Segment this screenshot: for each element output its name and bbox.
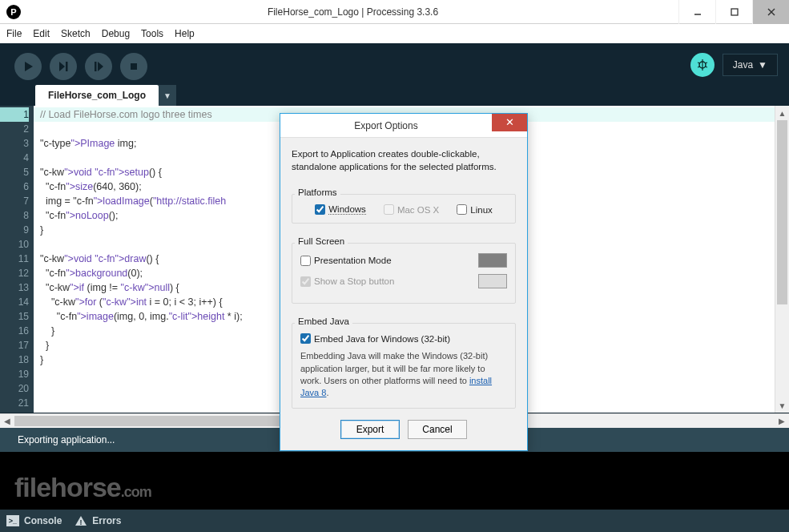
toolbar: Java ▼ FileHorse_com_Logo ▼: [0, 43, 789, 106]
menu-edit[interactable]: Edit: [33, 28, 50, 39]
menu-file[interactable]: File: [6, 28, 22, 39]
errors-tab[interactable]: ! Errors: [74, 515, 121, 526]
window-minimize-button[interactable]: [678, 0, 715, 24]
status-text: Exporting application...: [18, 434, 115, 445]
presentation-color-swatch[interactable]: [478, 253, 507, 268]
tab-menu-button[interactable]: ▼: [159, 85, 176, 106]
embed-java-note: Embedding Java will make the Windows (32…: [300, 350, 507, 400]
platform-linux-checkbox[interactable]: Linux: [457, 204, 493, 215]
run-button[interactable]: [14, 53, 42, 80]
warning-icon: !: [74, 515, 87, 526]
window-titlebar: P FileHorse_com_Logo | Processing 3.3.6: [0, 0, 789, 24]
line-gutter: 12345678910111213141516171819202122: [0, 106, 34, 413]
embed-java-checkbox[interactable]: Embed Java for Windows (32-bit): [300, 333, 507, 344]
platforms-group: Platforms Windows Mac OS X Linux: [292, 183, 516, 224]
chevron-down-icon: ▼: [758, 59, 767, 71]
dialog-intro: Export to Application creates double-cli…: [292, 147, 516, 173]
scroll-right-icon[interactable]: ▶: [775, 417, 789, 425]
mode-label: Java: [733, 59, 753, 71]
mode-selector[interactable]: Java ▼: [723, 54, 778, 76]
embed-java-group: Embed Java Embed Java for Windows (32-bi…: [292, 312, 516, 409]
menu-debug[interactable]: Debug: [102, 28, 130, 39]
window-title: FileHorse_com_Logo | Processing 3.3.6: [27, 6, 678, 18]
debug-button[interactable]: [85, 53, 112, 80]
scroll-down-icon[interactable]: ▼: [775, 398, 789, 413]
svg-rect-9: [131, 63, 137, 70]
window-maximize-button[interactable]: [715, 0, 752, 24]
cancel-button[interactable]: Cancel: [408, 420, 467, 439]
app-logo-icon: P: [6, 5, 21, 19]
svg-marker-4: [25, 62, 33, 71]
menu-tools[interactable]: Tools: [141, 28, 163, 39]
stop-button-checkbox[interactable]: Show a Stop button: [300, 276, 394, 287]
svg-rect-1: [731, 9, 738, 15]
svg-text:!: !: [80, 518, 83, 526]
console-output: [0, 452, 789, 510]
svg-marker-8: [98, 62, 103, 71]
svg-marker-5: [59, 62, 65, 71]
stop-color-swatch[interactable]: [478, 274, 507, 288]
platform-macos-checkbox[interactable]: Mac OS X: [384, 204, 439, 215]
stop-button[interactable]: [120, 53, 147, 80]
step-button[interactable]: [50, 53, 77, 80]
export-button[interactable]: Export: [340, 420, 400, 439]
dialog-title: Export Options: [280, 120, 492, 131]
menu-sketch[interactable]: Sketch: [61, 28, 91, 39]
dialog-close-button[interactable]: ✕: [492, 114, 527, 131]
fullscreen-group: Full Screen Presentation Mode Show a Sto…: [292, 232, 516, 304]
svg-rect-7: [95, 62, 97, 71]
presentation-mode-checkbox[interactable]: Presentation Mode: [300, 256, 392, 266]
bottom-bar: >_ Console ! Errors: [0, 510, 789, 532]
sketch-tab[interactable]: FileHorse_com_Logo: [35, 85, 159, 106]
vscroll-thumb[interactable]: [777, 120, 787, 304]
window-close-button[interactable]: [752, 0, 789, 24]
platform-windows-checkbox[interactable]: Windows: [315, 204, 366, 215]
menubar: File Edit Sketch Debug Tools Help: [0, 24, 789, 43]
debug-icon[interactable]: [690, 53, 715, 77]
export-dialog: Export Options ✕ Export to Application c…: [280, 113, 528, 451]
vertical-scrollbar[interactable]: ▲ ▼: [775, 106, 789, 413]
console-icon: >_: [6, 515, 19, 526]
console-tab[interactable]: >_ Console: [6, 515, 62, 526]
scroll-left-icon[interactable]: ◀: [0, 417, 14, 425]
scroll-up-icon[interactable]: ▲: [775, 106, 789, 120]
menu-help[interactable]: Help: [175, 28, 195, 39]
svg-rect-6: [66, 62, 68, 71]
